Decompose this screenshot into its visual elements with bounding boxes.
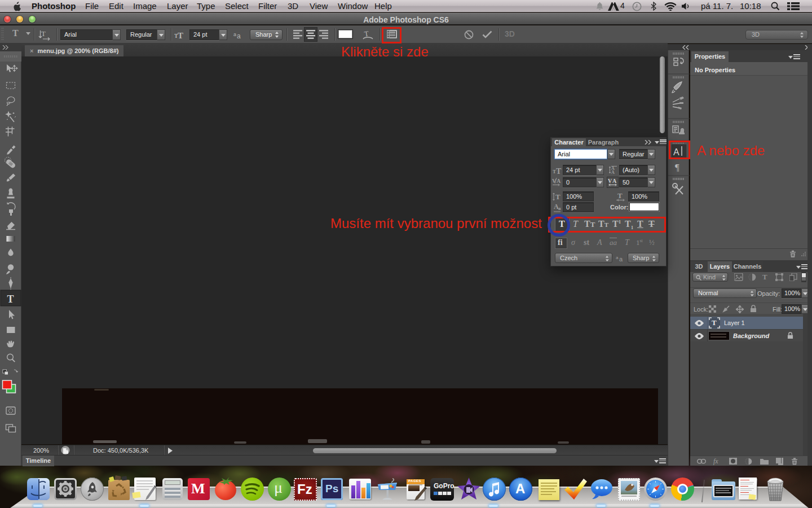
svg-text:T: T — [7, 294, 14, 305]
svg-text:a: a — [558, 205, 561, 211]
svg-text:T: T — [41, 29, 46, 38]
svg-text:A: A — [612, 178, 617, 184]
svg-text:A: A — [611, 170, 615, 174]
svg-text:T: T — [178, 31, 183, 40]
svg-text:a: a — [233, 32, 236, 37]
svg-text:V: V — [608, 178, 612, 184]
svg-text:T: T — [556, 167, 562, 174]
svg-text:a: a — [616, 255, 619, 260]
svg-text:¶: ¶ — [675, 162, 679, 173]
svg-text:T: T — [555, 192, 561, 201]
svg-text:A: A — [557, 178, 561, 184]
svg-text:a: a — [619, 256, 623, 262]
svg-text:a: a — [237, 32, 241, 39]
svg-text:T: T — [617, 192, 623, 200]
